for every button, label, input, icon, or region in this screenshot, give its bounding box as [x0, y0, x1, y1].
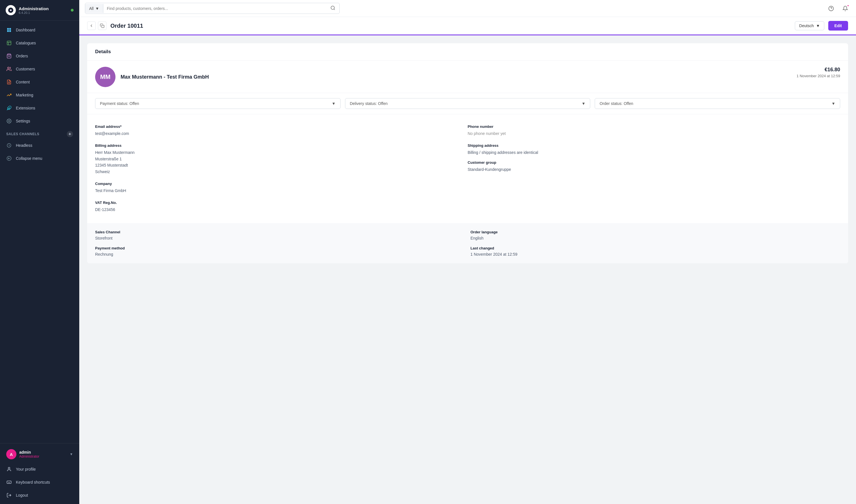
search-container: All ▼ — [85, 3, 340, 14]
svg-point-20 — [331, 6, 334, 9]
page-title: Order 10011 — [110, 23, 791, 29]
order-total: €16.80 1 November 2024 at 12:59 — [797, 67, 840, 78]
app-version: 6.4.20.1 — [19, 11, 49, 14]
collapse-label: Collapse menu — [16, 156, 42, 161]
sidebar-item-logout[interactable]: Logout — [0, 489, 79, 502]
payment-status-select[interactable]: Payment status: Offen ▼ — [95, 98, 340, 109]
sidebar-item-label: Marketing — [16, 93, 33, 97]
back-button[interactable] — [87, 21, 96, 30]
svg-line-21 — [334, 9, 335, 10]
sales-channel-group: Sales Channel Storefront — [95, 230, 465, 240]
sidebar-item-label: Your profile — [16, 467, 36, 471]
notification-badge — [847, 4, 849, 7]
sidebar-item-keyboard-shortcuts[interactable]: Keyboard shortcuts — [0, 476, 79, 489]
customer-name: Max Mustermann - Test Firma GmbH — [121, 74, 209, 80]
profile-icon — [6, 466, 12, 472]
company-label: Company — [95, 182, 468, 186]
edit-button[interactable]: Edit — [828, 21, 848, 31]
svg-point-1 — [10, 9, 12, 11]
orders-icon — [6, 53, 12, 59]
main-nav: Dashboard Catalogues Orders Customers — [0, 21, 79, 443]
sales-channel-label: Sales Channel — [95, 230, 465, 234]
svg-rect-2 — [7, 28, 9, 30]
sidebar-item-settings[interactable]: Settings — [0, 114, 79, 128]
email-group: Email address* test@example.com — [95, 121, 468, 140]
search-input[interactable] — [103, 4, 326, 13]
order-language-label: Order language — [470, 230, 840, 234]
topbar-actions — [826, 3, 850, 14]
language-chevron-icon: ▼ — [816, 23, 820, 28]
delivery-status-chevron-icon: ▼ — [581, 101, 586, 106]
sidebar-item-label: Keyboard shortcuts — [16, 480, 50, 485]
language-label: Deutsch — [799, 23, 814, 28]
svg-rect-18 — [7, 481, 11, 484]
add-sales-channel-button[interactable]: + — [67, 131, 73, 137]
language-selector[interactable]: Deutsch ▼ — [795, 21, 824, 30]
sidebar-item-label: Customers — [16, 67, 35, 71]
sales-channel-value: Storefront — [95, 236, 465, 240]
headless-icon — [6, 143, 12, 148]
user-avatar: A — [6, 449, 16, 459]
content-area: Details MM Max Mustermann - Test Firma G… — [79, 35, 856, 504]
payment-status-chevron-icon: ▼ — [332, 101, 336, 106]
page-navigation — [87, 21, 106, 30]
sales-channels-header: Sales Channels + — [0, 128, 79, 139]
vat-group — [468, 178, 840, 197]
sidebar-item-label: Extensions — [16, 106, 35, 110]
order-status-label: Order status: Offen — [599, 101, 633, 106]
delivery-status-select[interactable]: Delivery status: Offen ▼ — [345, 98, 591, 109]
vat-label: VAT Reg.No. — [95, 200, 468, 205]
marketing-icon — [6, 92, 12, 98]
shipping-group: Shipping address Billing / shipping addr… — [468, 140, 840, 178]
vat-group-left: VAT Reg.No. DE-123456 — [95, 197, 468, 216]
sidebar-item-extensions[interactable]: Extensions — [0, 102, 79, 114]
sidebar-item-headless[interactable]: Headless — [0, 139, 79, 152]
last-changed-group: Last changed 1 November 2024 at 12:59 — [470, 246, 840, 256]
search-filter-chevron-icon: ▼ — [95, 6, 99, 11]
sidebar-item-label: Settings — [16, 119, 30, 123]
sidebar-item-catalogues[interactable]: Catalogues — [0, 36, 79, 50]
details-card: Details MM Max Mustermann - Test Firma G… — [87, 43, 848, 263]
sidebar-item-profile[interactable]: Your profile — [0, 463, 79, 476]
sidebar-item-label: Content — [16, 80, 30, 84]
sidebar-item-content[interactable]: Content — [0, 75, 79, 89]
search-icon-button[interactable] — [326, 3, 339, 14]
vat-value: DE-123456 — [95, 206, 468, 213]
payment-status-label: Payment status: Offen — [100, 101, 139, 106]
email-label: Email address* — [95, 124, 468, 129]
help-button[interactable] — [826, 3, 836, 14]
sidebar-item-customers[interactable]: Customers — [0, 62, 79, 75]
search-filter-button[interactable]: All ▼ — [85, 4, 103, 13]
svg-rect-4 — [7, 30, 9, 32]
order-status-select[interactable]: Order status: Offen ▼ — [595, 98, 840, 109]
phone-group: Phone number No phone number yet — [468, 121, 840, 140]
last-changed-value: 1 November 2024 at 12:59 — [470, 252, 840, 256]
copy-button[interactable] — [98, 21, 106, 30]
user-chevron-icon: ▼ — [70, 452, 73, 456]
collapse-menu-button[interactable]: Collapse menu — [0, 152, 79, 165]
svg-point-17 — [8, 467, 10, 469]
order-language-value: English — [470, 236, 840, 240]
user-menu[interactable]: A admin Administrator ▼ — [0, 446, 79, 463]
sidebar: Administration 6.4.20.1 Dashboard Catalo… — [0, 0, 79, 504]
notifications-button[interactable] — [840, 3, 850, 14]
sidebar-item-label: Dashboard — [16, 28, 35, 32]
sales-channels-label: Sales Channels — [6, 132, 39, 136]
sidebar-item-marketing[interactable]: Marketing — [0, 89, 79, 102]
app-name: Administration — [19, 6, 49, 11]
collapse-icon — [6, 156, 12, 161]
sales-info-section: Sales Channel Storefront Order language … — [87, 223, 848, 263]
email-value: test@example.com — [95, 130, 468, 137]
payment-method-group: Payment method Rechnung — [95, 246, 465, 256]
billing-label: Billing address — [95, 143, 468, 148]
order-status-chevron-icon: ▼ — [832, 101, 835, 106]
sidebar-item-dashboard[interactable]: Dashboard — [0, 23, 79, 36]
customer-group-label: Customer group — [468, 160, 840, 165]
user-name: admin — [19, 450, 67, 454]
svg-rect-3 — [9, 28, 11, 30]
search-filter-label: All — [89, 6, 94, 11]
sidebar-item-orders[interactable]: Orders — [0, 50, 79, 62]
sidebar-item-label: Orders — [16, 54, 28, 58]
customer-avatar: MM — [95, 67, 116, 87]
catalogues-icon — [6, 40, 12, 46]
